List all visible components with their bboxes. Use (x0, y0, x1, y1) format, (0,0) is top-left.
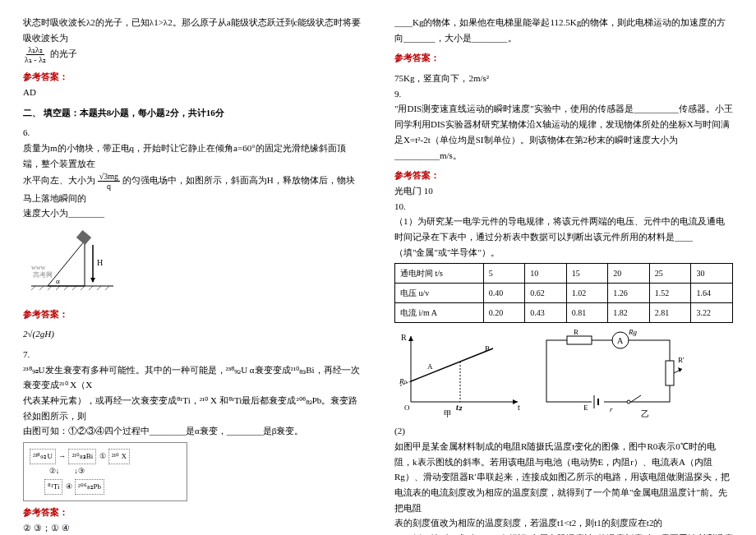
svg-line-5 (64, 286, 68, 290)
svg-text:甲: 甲 (444, 409, 452, 418)
answer-text: ② ③；① ④ (23, 520, 362, 535)
answer-text: 75Kg，竖直向下，2m/s² (394, 71, 733, 86)
fraction: λ₁λ₂ λ₁ - λ₂ (23, 45, 48, 64)
svg-line-2 (39, 286, 44, 290)
svg-text:H: H (97, 258, 103, 267)
svg-text:乙: 乙 (641, 409, 649, 418)
svg-line-4 (56, 286, 60, 290)
svg-marker-42 (678, 367, 682, 372)
question-number: 7. (23, 347, 362, 362)
svg-text:B: B (485, 344, 490, 353)
svg-text:R': R' (678, 356, 685, 364)
svg-text:A: A (427, 362, 433, 371)
answer-heading: 参考答案： (23, 307, 362, 322)
paragraph: 水平向左、大小为 √3mg q 的匀强电场中，如图所示，斜面高为H，释放物体后，… (23, 172, 362, 206)
svg-text:www: www (31, 264, 46, 271)
paragraph: 质量为m的小物块，带正电q，开始时让它静止在倾角a=60°的固定光滑绝缘斜面顶端… (23, 141, 362, 171)
answer-heading: 参考答案： (23, 505, 362, 520)
answer-heading: 参考答案： (394, 50, 733, 66)
question-number: 9. (394, 86, 733, 102)
table-row: 通电时间 t/s51015202530 (395, 264, 733, 284)
svg-line-10 (105, 286, 109, 290)
answer-text: AD (23, 85, 362, 100)
paragraph: 由图可知：①②③④四个过程中________是α衰变，________是β衰变。 (23, 423, 362, 439)
svg-line-7 (81, 286, 85, 290)
svg-line-23 (411, 348, 493, 381)
svg-text:R: R (574, 328, 579, 336)
svg-rect-35 (567, 336, 592, 344)
left-column: 状态时吸收波长λ2的光子，已知λ1>λ2。那么原子从a能级状态跃迁到c能级状态时… (23, 15, 362, 520)
svg-text:t₂: t₂ (456, 403, 463, 412)
question-number: 6. (23, 125, 362, 141)
data-table: 通电时间 t/s51015202530 电压 u/v0.400.621.021.… (394, 263, 733, 323)
formula-line: λ₁λ₂ λ₁ - λ₂ 的光子 (23, 45, 362, 64)
svg-text:O: O (404, 404, 410, 412)
decay-diagram: ²³⁸₉₂U → ²¹⁰₈₃Bi ① ²¹⁰ X ②↓ ↓③ ⁸¹Ti ④ ²⁰… (23, 442, 187, 501)
paragraph: ²³⁸₉₂U发生衰变有多种可能性。其中的一种可能是，²³⁸₉₂U α衰变变成²¹… (23, 362, 362, 393)
answer-text: 2√(2gH) (23, 326, 362, 342)
paragraph: "用DIS测变速直线运动的瞬时速度"实验中，使用的传感器是__________传… (394, 101, 733, 163)
fraction: √3mg q (98, 172, 120, 191)
rt-graph: R t A B R₀ t₂ O 甲 (394, 328, 526, 418)
svg-text:t: t (518, 403, 520, 412)
svg-text:E: E (583, 404, 588, 412)
svg-text:α: α (56, 277, 60, 285)
paragraph: （1）为研究某一电学元件的导电规律，将该元件两端的电压、元件中的电流及通电时间记… (394, 214, 733, 244)
svg-line-6 (72, 286, 76, 290)
question-number: 10. (394, 199, 733, 214)
svg-line-8 (89, 286, 93, 290)
paragraph: 速度大小为________ (23, 205, 362, 221)
svg-text:A: A (617, 336, 624, 345)
paragraph: ____侧（填"左"或"右"）；在标识"金属电阻温度计"的温度刻度时，需要弄清所… (394, 531, 733, 535)
paragraph: 状态时吸收波长λ2的光子，已知λ1>λ2。那么原子从a能级状态跃迁到c能级状态时… (23, 15, 362, 45)
svg-line-3 (48, 286, 52, 290)
svg-rect-12 (76, 230, 91, 245)
svg-line-1 (31, 286, 35, 290)
circuit-diagram: R A Rg R' E r 乙 (534, 328, 698, 418)
paragraph: ____Kg的物体，如果他在电梯里能举起112.5Kg的物体，则此电梯运动的加速… (394, 15, 733, 45)
table-row: 电压 u/v0.400.621.021.261.521.64 (395, 284, 733, 303)
paragraph: 代表某种元素），或再经一次衰变变成⁸¹Ti，²¹⁰ X 和⁸¹Ti最后都衰变成²… (23, 393, 362, 423)
svg-line-9 (97, 286, 101, 290)
svg-text:r: r (610, 405, 613, 413)
paragraph: (2) (394, 423, 733, 439)
paragraph: （填"金属"或"半导体"）。 (394, 245, 733, 261)
answer-heading: 参考答案： (394, 168, 733, 183)
svg-text:R: R (401, 333, 407, 342)
section-heading: 二、 填空题：本题共8小题，每小题2分，共计16分 (23, 105, 362, 121)
paragraph: 如图甲是某金属材料制成的电阻R随摄氏温度t变化的图像，图中R0表示0℃时的电阻，… (394, 439, 733, 515)
svg-line-51 (631, 395, 641, 402)
svg-point-50 (627, 400, 630, 404)
svg-marker-11 (48, 241, 85, 286)
svg-text:R₀: R₀ (399, 377, 408, 385)
diagram-row: R t A B R₀ t₂ O 甲 R A Rg R' E (394, 328, 733, 418)
paragraph: 表的刻度值改为相应的温度刻度，若温度t1<t2，则t1的刻度应在t2的 (394, 515, 733, 531)
answer-heading: 参考答案： (23, 69, 362, 85)
svg-marker-22 (408, 336, 413, 341)
svg-text:Rg: Rg (628, 328, 637, 336)
right-column: ____Kg的物体，如果他在电梯里能举起112.5Kg的物体，则此电梯运动的加速… (394, 15, 733, 520)
answer-text: 光电门 10 (394, 183, 733, 199)
svg-rect-40 (666, 361, 674, 385)
svg-rect-34 (546, 340, 670, 402)
table-row: 电流 i/m A0.200.430.811.822.813.22 (395, 303, 733, 323)
svg-text:高考网: 高考网 (33, 271, 53, 279)
incline-diagram: H α www 高考网 (23, 224, 122, 298)
